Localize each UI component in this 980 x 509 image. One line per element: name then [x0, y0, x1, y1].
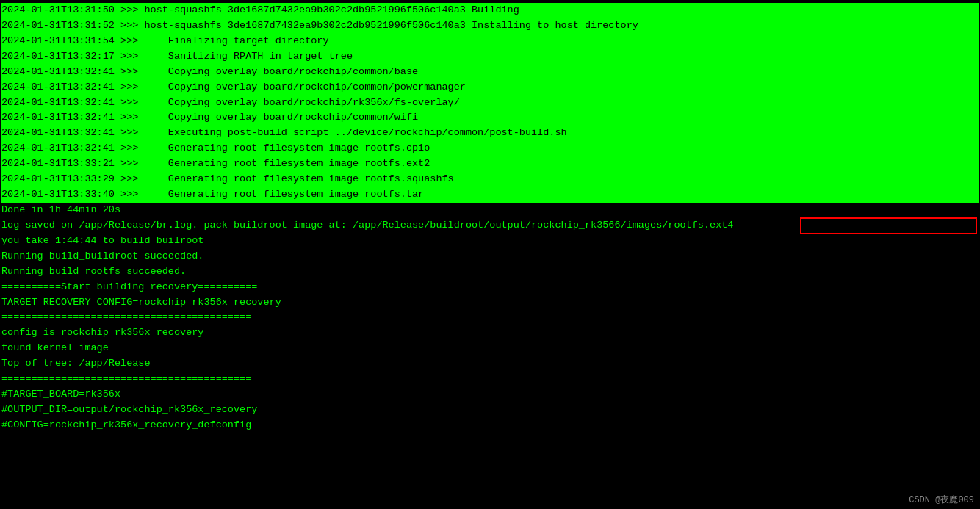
terminal-line-4: 2024-01-31T13:32:17 >>> Sanitizing RPATH…: [1, 49, 979, 65]
terminal-line-3: 2024-01-31T13:31:54 >>> Finalizing targe…: [1, 34, 979, 49]
terminal-line-30: #CONFIG=rockchip_rk356x_recovery_defconf…: [1, 418, 979, 433]
terminal-line-11: 2024-01-31T13:33:21 >>> Generating root …: [1, 156, 979, 172]
terminal-line-8: 2024-01-31T13:32:41 >>> Copying overlay …: [1, 110, 979, 126]
terminal-line-15: log saved on /app/Release/br.log. pack b…: [1, 218, 979, 234]
terminal-line-6: 2024-01-31T13:32:41 >>> Copying overlay …: [1, 80, 979, 95]
terminal-line-29: #OUTPUT_DIR=output/rockchip_rk356x_recov…: [1, 402, 979, 418]
terminal-line-16: you take 1:44:44 to build builroot: [1, 234, 979, 249]
terminal-line-5: 2024-01-31T13:32:41 >>> Copying overlay …: [1, 65, 979, 80]
terminal-line-10: 2024-01-31T13:32:41 >>> Generating root …: [1, 141, 979, 156]
terminal-line-24: found kernel image: [1, 341, 979, 356]
terminal-line-28: #TARGET_BOARD=rk356x: [1, 387, 979, 402]
terminal-line-13: 2024-01-31T13:33:40 >>> Generating root …: [1, 187, 979, 203]
terminal-line-7: 2024-01-31T13:32:41 >>> Copying overlay …: [1, 95, 979, 111]
watermark: CSDN @夜魔009: [909, 494, 974, 506]
terminal-line-23: config is rockchip_rk356x_recovery: [1, 325, 979, 341]
terminal-line-2: 2024-01-31T13:31:52 >>> host-squashfs 3d…: [1, 18, 979, 34]
terminal-line-21: ========================================…: [1, 310, 979, 325]
terminal-line-20: TARGET_RECOVERY_CONFIG=rockchip_rk356x_r…: [1, 295, 979, 311]
terminal-line-14: Done in 1h 44min 20s: [1, 203, 979, 218]
terminal-line-1: 2024-01-31T13:31:50 >>> host-squashfs 3d…: [1, 3, 979, 18]
terminal-line-19: ==========Start building recovery=======…: [1, 280, 979, 295]
terminal-line-17: Running build_buildroot succeeded.: [1, 249, 979, 264]
terminal-line-25: Top of tree: /app/Release: [1, 356, 979, 372]
terminal-line-26: ========================================…: [1, 372, 979, 387]
terminal-line-12: 2024-01-31T13:33:29 >>> Generating root …: [1, 172, 979, 187]
terminal-line-18: Running build_rootfs succeeded.: [1, 264, 979, 280]
terminal-line-9: 2024-01-31T13:32:41 >>> Executing post-b…: [1, 126, 979, 141]
terminal: 2024-01-31T13:31:50 >>> host-squashfs 3d…: [0, 0, 980, 509]
